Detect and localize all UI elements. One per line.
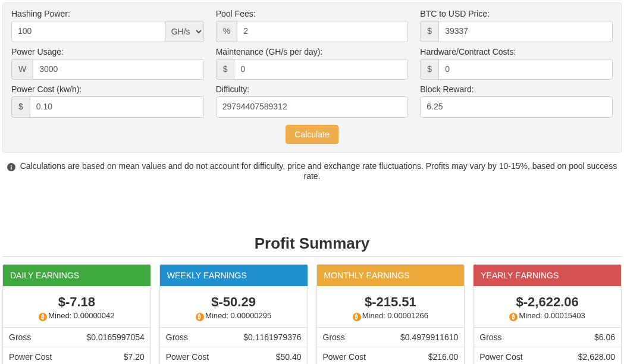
disclaimer-text: i Calculations are based on mean values … [2, 161, 622, 181]
maintenance-label: Maintenance (GH/s per day): [216, 47, 409, 57]
weekly-earnings-card: WEEKLY EARNINGS $-50.29 ₿Mined: 0.000002… [159, 264, 308, 364]
row-gross: Gross$6.06 [474, 327, 621, 347]
btc-icon: ₿ [39, 313, 47, 321]
block-reward-input[interactable] [420, 96, 613, 118]
btc-icon: ₿ [196, 313, 204, 321]
monthly-earn-value: $-215.51 [322, 294, 460, 310]
btc-price-label: BTC to USD Price: [420, 9, 613, 18]
card-title: MONTHLY EARNINGS [317, 265, 465, 286]
pool-fees-input[interactable] [237, 21, 408, 42]
difficulty-label: Difficulty: [216, 84, 409, 94]
card-title: YEARLY EARNINGS [474, 265, 621, 286]
yearly-earnings-card: YEARLY EARNINGS $-2,622.06 ₿Mined: 0.000… [473, 264, 622, 364]
profit-summary-heading: Profit Summary [2, 234, 622, 253]
yearly-earn-value: $-2,622.06 [478, 294, 616, 310]
summary-title-divider: Profit Summary [2, 234, 622, 257]
card-title: DAILY EARNINGS [3, 265, 150, 286]
hashing-power-label: Hashing Power: [11, 9, 204, 18]
maintenance-input[interactable] [234, 59, 408, 80]
yearly-mined: ₿Mined: 0.00015403 [478, 311, 616, 321]
monthly-mined: ₿Mined: 0.00001266 [322, 311, 460, 321]
btc-icon: ₿ [509, 313, 518, 321]
row-gross: Gross$0.1161979376 [160, 327, 308, 347]
dollar-icon: $ [420, 59, 438, 80]
btc-icon: ₿ [353, 313, 361, 321]
info-icon: i [7, 163, 15, 171]
percent-icon: % [216, 21, 237, 42]
dollar-icon: $ [11, 96, 30, 118]
power-usage-label: Power Usage: [11, 47, 204, 57]
dollar-icon: $ [420, 21, 438, 42]
calculator-form: Hashing Power: GH/s Pool Fees: % BTC to … [2, 2, 622, 153]
power-cost-input[interactable] [30, 96, 204, 118]
hashing-power-input[interactable] [11, 21, 165, 42]
row-power: Power Cost$216.00 [317, 347, 465, 364]
hashing-power-unit-select[interactable]: GH/s [165, 21, 204, 42]
profit-cards: DAILY EARNINGS $-7.18 ₿Mined: 0.00000042… [2, 264, 622, 364]
pool-fees-label: Pool Fees: [216, 9, 409, 18]
difficulty-input[interactable] [216, 96, 409, 118]
power-cost-label: Power Cost (kw/h): [11, 84, 204, 94]
calculate-button[interactable]: Calculate [286, 125, 338, 144]
btc-price-input[interactable] [438, 21, 613, 42]
daily-earnings-card: DAILY EARNINGS $-7.18 ₿Mined: 0.00000042… [2, 264, 151, 364]
row-power: Power Cost$7.20 [3, 347, 150, 364]
row-power: Power Cost$50.40 [160, 347, 308, 364]
row-power: Power Cost$2,628.00 [474, 347, 621, 364]
block-reward-label: Block Reward: [420, 84, 613, 94]
weekly-earn-value: $-50.29 [165, 294, 303, 310]
row-gross: Gross$0.4979911610 [317, 327, 465, 347]
row-gross: Gross$0.0165997054 [3, 327, 150, 347]
daily-earn-value: $-7.18 [8, 294, 146, 310]
card-title: WEEKLY EARNINGS [160, 265, 308, 286]
weekly-mined: ₿Mined: 0.00000295 [165, 311, 303, 321]
hardware-cost-label: Hardware/Contract Costs: [420, 47, 613, 57]
power-usage-input[interactable] [33, 59, 203, 80]
daily-mined: ₿Mined: 0.00000042 [8, 311, 146, 321]
dollar-icon: $ [216, 59, 234, 80]
monthly-earnings-card: MONTHLY EARNINGS $-215.51 ₿Mined: 0.0000… [316, 264, 465, 364]
watt-icon: W [11, 59, 33, 80]
hardware-cost-input[interactable] [438, 59, 613, 80]
